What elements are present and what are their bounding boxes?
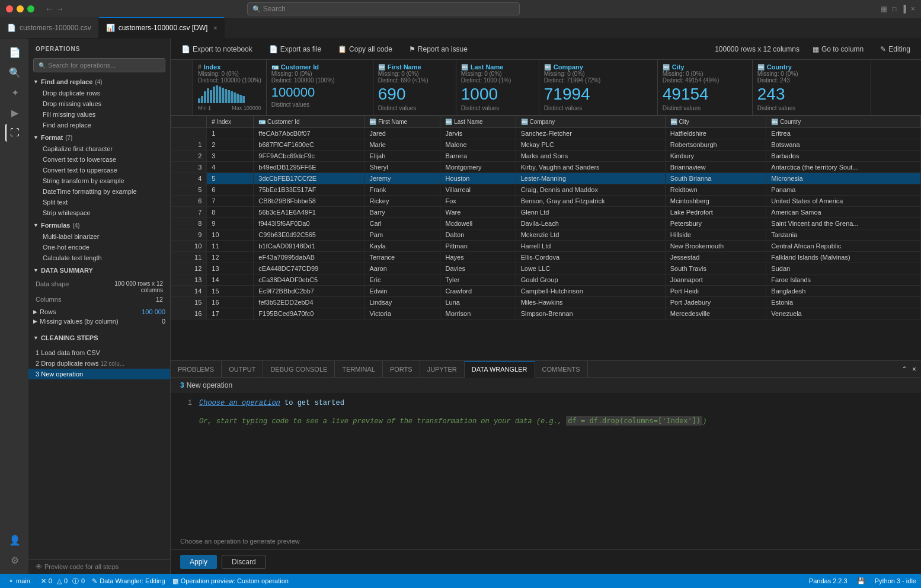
section-cleaning-steps[interactable]: ▼ CLEANING STEPS	[28, 331, 170, 344]
apply-button[interactable]: Apply	[180, 555, 217, 569]
data-table-wrap[interactable]: # Index 🪪 Customer Id 🔤 First Name 🔤 Las…	[171, 116, 921, 360]
close-traffic-light[interactable]	[6, 5, 13, 12]
op-multilabel-binarizer[interactable]: Multi-label binarizer	[28, 231, 170, 242]
op-find-replace[interactable]: Find and replace	[28, 120, 170, 130]
section-format[interactable]: ▼ Format (7)	[28, 130, 170, 143]
choose-operation-link[interactable]: Choose an operation	[199, 399, 280, 407]
panel-tab-terminal[interactable]: TERMINAL	[335, 361, 383, 378]
status-errors[interactable]: ✕ 0 △ 0 ⓘ 0	[41, 577, 85, 586]
table-row[interactable]: 34b49edDB1295FF6ESherylMontgomeryKirby, …	[171, 162, 921, 173]
table-row[interactable]: 7856b3cEA1E6A49F1BarryWareGlenn LtdLake …	[171, 207, 921, 218]
rows-expandable[interactable]: ▶ Rows 100 000	[28, 307, 170, 317]
sidebar-icon-search[interactable]: 🔍	[5, 63, 23, 81]
sidebar-icon-git[interactable]: ✦	[5, 84, 23, 101]
op-onehot-encode[interactable]: One-hot encode	[28, 242, 170, 253]
editing-btn[interactable]: ✎ Editing	[877, 43, 914, 55]
op-drop-duplicate[interactable]: Drop duplicate rows	[28, 88, 170, 98]
table-row[interactable]: 1011b1fCaAD09148Dd1KaylaPittmanHarrell L…	[171, 241, 921, 252]
tab-dw-close[interactable]: ×	[213, 25, 217, 31]
search-operations-input[interactable]: 🔍 Search for operations...	[33, 58, 165, 72]
sidebar-icon-extensions[interactable]: ⛶	[5, 124, 23, 142]
th-firstname[interactable]: 🔤 First Name	[364, 116, 440, 128]
panel-tab-output[interactable]: OUTPUT	[222, 361, 263, 378]
layout-icon[interactable]: ▦	[881, 5, 887, 13]
table-row[interactable]: 67CB8b29B8Fbbbe58RickeyFoxBenson, Gray a…	[171, 196, 921, 207]
maximize-traffic-light[interactable]	[27, 5, 34, 12]
step-3[interactable]: 3 New operation	[28, 369, 170, 379]
th-city[interactable]: 🔤 City	[665, 116, 766, 128]
op-lowercase[interactable]: Convert text to lowercase	[28, 154, 170, 165]
section-formulas[interactable]: ▼ Formulas (4)	[28, 218, 170, 231]
panel-tab-problems[interactable]: PROBLEMS	[171, 361, 222, 378]
th-company[interactable]: 🔤 Company	[516, 116, 665, 128]
op-string-transform[interactable]: String transform by example	[28, 175, 170, 186]
table-row[interactable]: 1617F195BCed9A70fc0VictoriaMorrisonSimps…	[171, 308, 921, 319]
table-row[interactable]: 1213cEA448DC747CD99AaronDaviesLowe LLCSo…	[171, 263, 921, 274]
op-split-text[interactable]: Split text	[28, 197, 170, 207]
table-row[interactable]: 12b687FfC4F1600eCMarieMaloneMckay PLCRob…	[171, 139, 921, 151]
step-1[interactable]: 1 Load data from CSV	[28, 347, 170, 358]
op-calc-text-length[interactable]: Calculate text length	[28, 253, 170, 263]
export-notebook-btn[interactable]: 📄 Export to notebook	[178, 43, 256, 55]
section-find-replace[interactable]: ▼ Find and replace (4)	[28, 75, 170, 88]
code-area[interactable]: 1 Choose an operation to get started Or,…	[171, 393, 921, 533]
tab-csv[interactable]: 📄 customers-100000.csv	[0, 17, 99, 38]
panel-tab-comments[interactable]: COMMENTS	[535, 361, 588, 378]
report-issue-btn[interactable]: ⚑ Report an issue	[405, 43, 471, 55]
panel-tab-jupyter[interactable]: JUPYTER	[420, 361, 465, 378]
th-index[interactable]: # Index	[207, 116, 254, 128]
titlebar: ← → 🔍 Search ▦ □ ▐ ×	[0, 0, 921, 18]
table-row[interactable]: 1112eF43a70995dabABTerranceHayesEllis-Co…	[171, 252, 921, 263]
minimize-traffic-light[interactable]	[17, 5, 24, 12]
op-datetime-format[interactable]: DateTime formatting by example	[28, 186, 170, 197]
preview-all-steps-btn[interactable]: 👁 Preview code for all steps	[28, 559, 170, 574]
panel-tabs: PROBLEMS OUTPUT DEBUG CONSOLE TERMINAL P…	[171, 361, 921, 378]
discard-button[interactable]: Discard	[222, 555, 266, 569]
panel-step-title: New operation	[187, 381, 232, 389]
search-bar[interactable]: 🔍 Search	[247, 2, 520, 15]
panel-tab-ports[interactable]: PORTS	[383, 361, 420, 378]
panel-tab-debug[interactable]: DEBUG CONSOLE	[263, 361, 335, 378]
panel-tab-datawrangler[interactable]: DATA WRANGLER	[465, 361, 535, 378]
table-row[interactable]: 89f9443I5f6AF0Da0CarlMcdowellDavila-Leac…	[171, 218, 921, 229]
sidebar-icon-settings[interactable]: ⚙	[5, 551, 23, 569]
close-icon[interactable]: ×	[911, 5, 915, 13]
th-country[interactable]: 🔤 Country	[766, 116, 921, 128]
copy-all-code-btn[interactable]: 📋 Copy all code	[334, 43, 396, 55]
git-icon: ⚬	[8, 577, 14, 585]
step-2[interactable]: 2 Drop duplicate rows 12 colu...	[28, 358, 170, 369]
window-icon[interactable]: □	[892, 5, 896, 13]
status-git[interactable]: ⚬ main	[5, 574, 34, 588]
split-icon[interactable]: ▐	[901, 5, 906, 13]
op-strip-whitespace[interactable]: Strip whitespace	[28, 207, 170, 218]
table-row[interactable]: 1ffeCAb7AbcB0f07JaredJarvisSanchez-Fletc…	[171, 128, 921, 139]
table-row[interactable]: 910C99b63E0d92C565PamDaltonMckenzie LtdH…	[171, 229, 921, 241]
tab-dw[interactable]: 📊 customers-100000.csv [DW] ×	[99, 17, 225, 38]
missing-expandable[interactable]: ▶ Missing values (by column) 0	[28, 317, 170, 326]
table-row[interactable]: 453dcCbFEB17CCf2EJeremyHoustonLester-Man…	[171, 173, 921, 184]
table-row[interactable]: 239FF9ACbc69dcF9cElijahBarreraMarks and …	[171, 151, 921, 162]
th-lastname[interactable]: 🔤 Last Name	[440, 116, 516, 128]
section-data-summary[interactable]: ▼ DATA SUMMARY	[28, 263, 170, 276]
panel-close-icon[interactable]: ×	[912, 365, 916, 373]
sidebar-icon-run[interactable]: ▶	[5, 104, 23, 122]
op-uppercase[interactable]: Convert text to uppercase	[28, 165, 170, 175]
export-file-btn[interactable]: 📄 Export as file	[266, 43, 325, 55]
op-drop-missing[interactable]: Drop missing values	[28, 98, 170, 109]
forward-arrow[interactable]: →	[56, 4, 64, 14]
sidebar-icon-accounts[interactable]: 👤	[5, 531, 23, 549]
line-num-2	[180, 417, 192, 426]
sidebar-icon-explorer[interactable]: 📄	[5, 43, 23, 61]
status-op-preview[interactable]: ▩ Operation preview: Custom operation	[172, 577, 289, 585]
th-customerid[interactable]: 🪪 Customer Id	[254, 116, 364, 128]
table-row[interactable]: 1516fef3b52EDD2ebD4LindsayLunaMiles-Hawk…	[171, 297, 921, 308]
op-capitalize[interactable]: Capitalize first character	[28, 143, 170, 154]
go-to-column-btn[interactable]: ▦ Go to column	[809, 43, 867, 55]
table-row[interactable]: 5675bEe1B33E517AFFrankVillarrealCraig, D…	[171, 184, 921, 196]
back-arrow[interactable]: ←	[45, 4, 53, 14]
table-row[interactable]: 1415Ec9f72BBbdC2bb7EdwinCrawfordCampbell…	[171, 286, 921, 297]
status-file[interactable]: ✎ Data Wrangler: Editing	[92, 577, 165, 585]
op-fill-missing[interactable]: Fill missing values	[28, 109, 170, 120]
panel-expand-icon[interactable]: ⌃	[901, 365, 907, 373]
table-row[interactable]: 1314cEa38D4ADF0ebC5EricTylerGould GroupJ…	[171, 274, 921, 286]
